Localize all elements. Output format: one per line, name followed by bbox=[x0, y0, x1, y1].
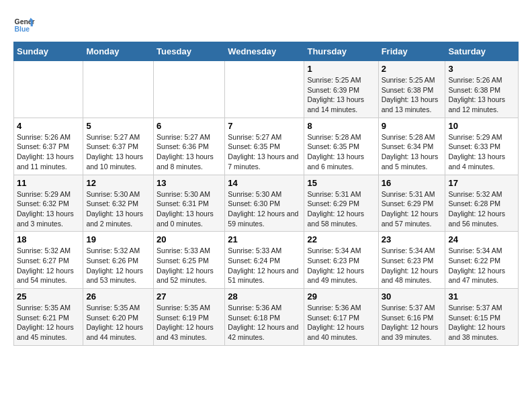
weekday-header-tuesday: Tuesday bbox=[154, 42, 225, 61]
day-info: Sunrise: 5:35 AMSunset: 6:19 PMDaylight:… bbox=[157, 303, 222, 342]
day-info: Sunrise: 5:29 AMSunset: 6:32 PMDaylight:… bbox=[17, 189, 80, 229]
weekday-header-saturday: Saturday bbox=[445, 42, 519, 61]
calendar-cell: 6Sunrise: 5:27 AMSunset: 6:36 PMDaylight… bbox=[154, 118, 225, 175]
day-info: Sunrise: 5:27 AMSunset: 6:36 PMDaylight:… bbox=[157, 132, 222, 172]
day-number: 1 bbox=[307, 64, 375, 74]
weekday-header-sunday: Sunday bbox=[14, 42, 83, 61]
calendar-week-row: 1Sunrise: 5:25 AMSunset: 6:39 PMDaylight… bbox=[14, 61, 519, 118]
day-number: 28 bbox=[228, 291, 301, 302]
calendar-cell: 19Sunrise: 5:32 AMSunset: 6:26 PMDayligh… bbox=[83, 232, 154, 289]
calendar-cell: 14Sunrise: 5:30 AMSunset: 6:30 PMDayligh… bbox=[225, 175, 304, 232]
day-info: Sunrise: 5:32 AMSunset: 6:26 PMDaylight:… bbox=[86, 246, 150, 285]
day-info: Sunrise: 5:30 AMSunset: 6:30 PMDaylight:… bbox=[228, 189, 301, 229]
day-number: 12 bbox=[86, 178, 150, 188]
calendar-cell: 8Sunrise: 5:28 AMSunset: 6:35 PMDaylight… bbox=[304, 118, 378, 175]
calendar-cell: 26Sunrise: 5:35 AMSunset: 6:20 PMDayligh… bbox=[83, 289, 154, 346]
day-info: Sunrise: 5:37 AMSunset: 6:15 PMDaylight:… bbox=[448, 303, 515, 342]
logo-icon: General Blue bbox=[13, 13, 35, 35]
day-number: 7 bbox=[228, 121, 301, 131]
day-number: 19 bbox=[86, 234, 150, 244]
svg-text:Blue: Blue bbox=[15, 26, 30, 33]
day-number: 15 bbox=[307, 178, 375, 188]
calendar-cell: 9Sunrise: 5:28 AMSunset: 6:34 PMDaylight… bbox=[378, 118, 445, 175]
day-number: 8 bbox=[307, 121, 375, 131]
calendar-cell: 28Sunrise: 5:36 AMSunset: 6:18 PMDayligh… bbox=[225, 289, 304, 346]
day-number: 24 bbox=[448, 234, 515, 244]
day-info: Sunrise: 5:32 AMSunset: 6:28 PMDaylight:… bbox=[448, 189, 515, 229]
calendar-cell: 4Sunrise: 5:26 AMSunset: 6:37 PMDaylight… bbox=[14, 118, 83, 175]
calendar-cell bbox=[14, 61, 83, 118]
day-info: Sunrise: 5:25 AMSunset: 6:39 PMDaylight:… bbox=[307, 75, 375, 115]
day-info: Sunrise: 5:36 AMSunset: 6:17 PMDaylight:… bbox=[307, 303, 375, 342]
day-number: 21 bbox=[228, 234, 301, 244]
day-number: 30 bbox=[382, 291, 443, 302]
day-number: 25 bbox=[17, 291, 80, 302]
day-number: 2 bbox=[382, 64, 443, 74]
calendar-cell: 24Sunrise: 5:34 AMSunset: 6:22 PMDayligh… bbox=[445, 232, 519, 289]
page-header: General Blue bbox=[13, 13, 519, 35]
weekday-header-wednesday: Wednesday bbox=[225, 42, 304, 61]
day-number: 9 bbox=[382, 121, 443, 131]
calendar-cell: 21Sunrise: 5:33 AMSunset: 6:24 PMDayligh… bbox=[225, 232, 304, 289]
day-info: Sunrise: 5:31 AMSunset: 6:29 PMDaylight:… bbox=[382, 189, 443, 229]
day-number: 17 bbox=[448, 178, 515, 188]
day-number: 4 bbox=[17, 121, 80, 131]
day-number: 26 bbox=[86, 291, 150, 302]
calendar-week-row: 4Sunrise: 5:26 AMSunset: 6:37 PMDaylight… bbox=[14, 118, 519, 175]
day-info: Sunrise: 5:31 AMSunset: 6:29 PMDaylight:… bbox=[307, 189, 375, 229]
calendar-cell: 22Sunrise: 5:34 AMSunset: 6:23 PMDayligh… bbox=[304, 232, 378, 289]
day-info: Sunrise: 5:28 AMSunset: 6:35 PMDaylight:… bbox=[307, 132, 375, 172]
day-info: Sunrise: 5:29 AMSunset: 6:33 PMDaylight:… bbox=[448, 132, 515, 172]
day-number: 31 bbox=[448, 291, 515, 302]
day-info: Sunrise: 5:28 AMSunset: 6:34 PMDaylight:… bbox=[382, 132, 443, 172]
weekday-header-row: SundayMondayTuesdayWednesdayThursdayFrid… bbox=[14, 42, 519, 61]
calendar-cell: 27Sunrise: 5:35 AMSunset: 6:19 PMDayligh… bbox=[154, 289, 225, 346]
calendar-week-row: 11Sunrise: 5:29 AMSunset: 6:32 PMDayligh… bbox=[14, 175, 519, 232]
day-number: 20 bbox=[157, 234, 222, 244]
day-info: Sunrise: 5:30 AMSunset: 6:32 PMDaylight:… bbox=[86, 189, 150, 229]
day-number: 3 bbox=[448, 64, 515, 74]
day-info: Sunrise: 5:26 AMSunset: 6:38 PMDaylight:… bbox=[448, 75, 515, 115]
calendar-cell: 15Sunrise: 5:31 AMSunset: 6:29 PMDayligh… bbox=[304, 175, 378, 232]
calendar-week-row: 25Sunrise: 5:35 AMSunset: 6:21 PMDayligh… bbox=[14, 289, 519, 346]
day-number: 23 bbox=[382, 234, 443, 244]
calendar-cell: 25Sunrise: 5:35 AMSunset: 6:21 PMDayligh… bbox=[14, 289, 83, 346]
day-info: Sunrise: 5:34 AMSunset: 6:22 PMDaylight:… bbox=[448, 246, 515, 285]
day-info: Sunrise: 5:27 AMSunset: 6:37 PMDaylight:… bbox=[86, 132, 150, 172]
day-number: 18 bbox=[17, 234, 80, 244]
calendar-cell bbox=[154, 61, 225, 118]
day-info: Sunrise: 5:34 AMSunset: 6:23 PMDaylight:… bbox=[307, 246, 375, 285]
logo: General Blue bbox=[13, 13, 35, 35]
day-number: 16 bbox=[382, 178, 443, 188]
weekday-header-monday: Monday bbox=[83, 42, 154, 61]
day-info: Sunrise: 5:33 AMSunset: 6:24 PMDaylight:… bbox=[228, 246, 301, 285]
calendar-cell: 30Sunrise: 5:37 AMSunset: 6:16 PMDayligh… bbox=[378, 289, 445, 346]
calendar-cell: 20Sunrise: 5:33 AMSunset: 6:25 PMDayligh… bbox=[154, 232, 225, 289]
day-info: Sunrise: 5:27 AMSunset: 6:35 PMDaylight:… bbox=[228, 132, 301, 172]
calendar-week-row: 18Sunrise: 5:32 AMSunset: 6:27 PMDayligh… bbox=[14, 232, 519, 289]
calendar-cell: 12Sunrise: 5:30 AMSunset: 6:32 PMDayligh… bbox=[83, 175, 154, 232]
day-info: Sunrise: 5:37 AMSunset: 6:16 PMDaylight:… bbox=[382, 303, 443, 342]
day-number: 27 bbox=[157, 291, 222, 302]
calendar-cell: 23Sunrise: 5:34 AMSunset: 6:23 PMDayligh… bbox=[378, 232, 445, 289]
day-info: Sunrise: 5:36 AMSunset: 6:18 PMDaylight:… bbox=[228, 303, 301, 342]
calendar-cell: 11Sunrise: 5:29 AMSunset: 6:32 PMDayligh… bbox=[14, 175, 83, 232]
calendar-cell: 7Sunrise: 5:27 AMSunset: 6:35 PMDaylight… bbox=[225, 118, 304, 175]
calendar-cell: 2Sunrise: 5:25 AMSunset: 6:38 PMDaylight… bbox=[378, 61, 445, 118]
day-number: 13 bbox=[157, 178, 222, 188]
calendar-cell: 18Sunrise: 5:32 AMSunset: 6:27 PMDayligh… bbox=[14, 232, 83, 289]
calendar-cell: 17Sunrise: 5:32 AMSunset: 6:28 PMDayligh… bbox=[445, 175, 519, 232]
day-info: Sunrise: 5:35 AMSunset: 6:21 PMDaylight:… bbox=[17, 303, 80, 342]
day-number: 5 bbox=[86, 121, 150, 131]
calendar-cell: 31Sunrise: 5:37 AMSunset: 6:15 PMDayligh… bbox=[445, 289, 519, 346]
day-number: 11 bbox=[17, 178, 80, 188]
day-info: Sunrise: 5:26 AMSunset: 6:37 PMDaylight:… bbox=[17, 132, 80, 172]
day-number: 6 bbox=[157, 121, 222, 131]
calendar-cell: 3Sunrise: 5:26 AMSunset: 6:38 PMDaylight… bbox=[445, 61, 519, 118]
day-number: 10 bbox=[448, 121, 515, 131]
day-info: Sunrise: 5:35 AMSunset: 6:20 PMDaylight:… bbox=[86, 303, 150, 342]
calendar-cell: 5Sunrise: 5:27 AMSunset: 6:37 PMDaylight… bbox=[83, 118, 154, 175]
calendar-cell: 10Sunrise: 5:29 AMSunset: 6:33 PMDayligh… bbox=[445, 118, 519, 175]
calendar-cell: 13Sunrise: 5:30 AMSunset: 6:31 PMDayligh… bbox=[154, 175, 225, 232]
day-info: Sunrise: 5:25 AMSunset: 6:38 PMDaylight:… bbox=[382, 75, 443, 115]
